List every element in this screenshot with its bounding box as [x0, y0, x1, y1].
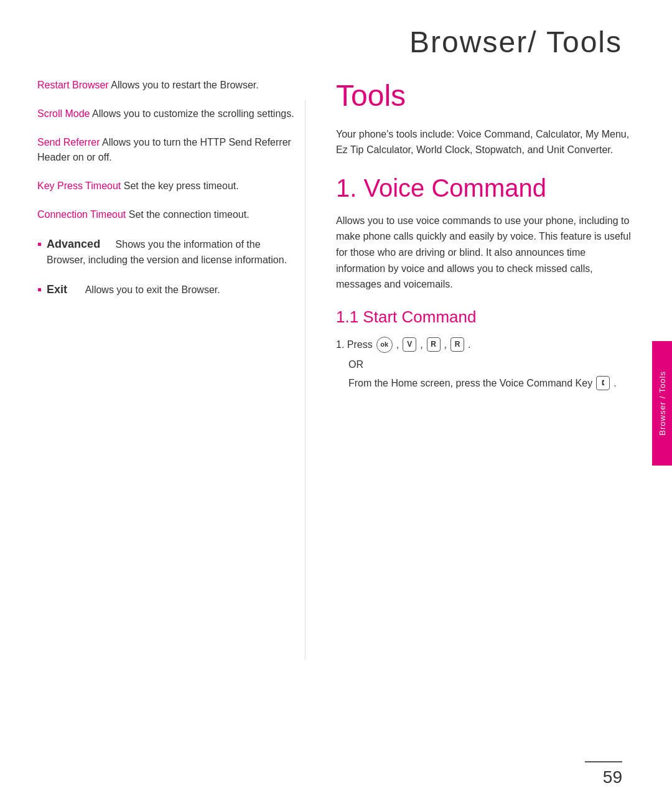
key-r1: R: [427, 337, 441, 352]
comma-3: ,: [444, 337, 447, 353]
key-press-timeout-item: Key Press Timeout Set the key press time…: [37, 179, 299, 194]
advanced-label: Advanced: [47, 238, 113, 250]
from-home-text: From the Home screen, press the Voice Co…: [348, 375, 635, 391]
scroll-mode-desc: Allows you to customize the scrolling se…: [90, 108, 294, 119]
voice-command-heading: 1. Voice Command: [336, 173, 635, 203]
voice-command-text: Allows you to use voice commands to use …: [336, 213, 635, 293]
left-column: Restart Browser Allows you to restart th…: [37, 78, 299, 391]
exit-desc: Allows you to exit the Browser.: [85, 284, 220, 295]
key-ok: ok: [376, 337, 393, 353]
key-v: V: [403, 337, 416, 352]
page-divider-line: [585, 761, 622, 762]
tools-intro: Your phone's tools include: Voice Comman…: [336, 126, 635, 158]
connection-timeout-desc: Set the connection timeout.: [126, 209, 249, 220]
step-1-label: 1. Press: [336, 337, 373, 353]
key-voice-command: 🕻: [596, 376, 610, 391]
restart-browser-item: Restart Browser Allows you to restart th…: [37, 78, 299, 93]
sidebar-tab: Browser / Tools: [652, 341, 672, 466]
scroll-mode-title: Scroll Mode: [37, 108, 90, 119]
advanced-content: Advanced Shows you the information of th…: [47, 236, 299, 268]
key-press-timeout-title: Key Press Timeout: [37, 180, 121, 191]
period-2: .: [614, 375, 616, 391]
send-referrer-title: Send Referrer: [37, 137, 100, 148]
scroll-mode-item: Scroll Mode Allows you to customize the …: [37, 106, 299, 121]
exit-bullet-item: ▪ Exit Allows you to exit the Browser.: [37, 281, 299, 298]
restart-browser-desc: Allows you to restart the Browser.: [109, 80, 259, 90]
start-command-heading: 1.1 Start Command: [336, 307, 635, 327]
key-r2: R: [450, 337, 464, 352]
tools-heading: Tools: [336, 78, 635, 114]
column-divider: [305, 100, 306, 660]
from-home-desc: From the Home screen, press the Voice Co…: [348, 375, 592, 391]
or-text: OR: [348, 359, 635, 370]
right-column: Tools Your phone's tools include: Voice …: [324, 78, 635, 391]
period: .: [468, 337, 470, 353]
exit-label: Exit: [47, 283, 83, 296]
main-content: Restart Browser Allows you to restart th…: [0, 78, 672, 391]
connection-timeout-title: Connection Timeout: [37, 209, 126, 220]
key-press-timeout-desc: Set the key press timeout.: [121, 180, 238, 191]
exit-content: Exit Allows you to exit the Browser.: [47, 281, 220, 298]
advanced-bullet-item: ▪ Advanced Shows you the information of …: [37, 236, 299, 268]
page-title: Browser/ Tools: [0, 0, 672, 78]
connection-timeout-item: Connection Timeout Set the connection ti…: [37, 207, 299, 222]
comma-2: ,: [420, 337, 422, 353]
restart-browser-title: Restart Browser: [37, 80, 109, 90]
sidebar-tab-label: Browser / Tools: [658, 371, 667, 436]
bullet-dot-advanced: ▪: [37, 237, 42, 251]
comma-1: ,: [396, 337, 399, 353]
bullet-dot-exit: ▪: [37, 283, 42, 297]
page-number: 59: [603, 767, 622, 787]
send-referrer-item: Send Referrer Allows you to turn the HTT…: [37, 135, 299, 165]
step-1: 1. Press ok , V , R , R .: [336, 337, 635, 353]
